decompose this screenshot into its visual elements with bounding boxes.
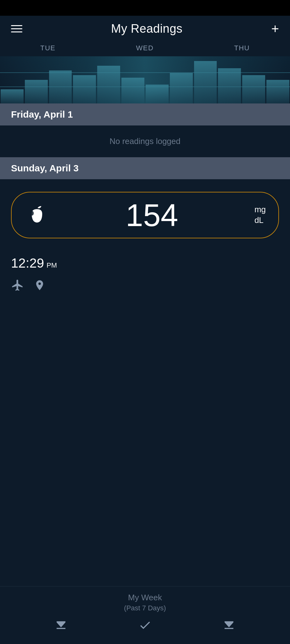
time-value: 12:29 — [11, 256, 44, 271]
bottom-bar: My Week (Past 7 Days) — [0, 586, 290, 644]
chart-bar — [1, 89, 24, 103]
chart-bar — [194, 61, 217, 103]
reading-icons — [11, 279, 279, 295]
section-header-friday: Friday, April 1 — [0, 103, 290, 125]
chart-bar — [121, 78, 144, 104]
low-readings-button[interactable] — [54, 619, 68, 635]
reading-card-container: 154 mg dL — [0, 179, 290, 248]
apple-icon — [27, 205, 47, 225]
no-readings-friday: No readings logged — [0, 125, 290, 157]
day-tabs: TUE WED THU — [0, 39, 290, 56]
chart-bar — [25, 80, 48, 103]
week-title: My Week — [0, 593, 290, 602]
chart-bar — [146, 85, 169, 103]
bottom-bar-actions — [0, 619, 290, 635]
location-icon — [34, 279, 46, 295]
reading-unit: mg dL — [254, 204, 266, 226]
page-title: My Readings — [111, 22, 182, 36]
reading-card[interactable]: 154 mg dL — [11, 192, 279, 238]
chart-bar — [266, 80, 289, 103]
chart-bar — [218, 68, 241, 104]
day-tab-thu[interactable]: THU — [228, 42, 256, 54]
section-date-sunday: Sunday, April 3 — [11, 163, 79, 173]
chart-area — [0, 56, 290, 103]
day-tab-wed[interactable]: WED — [130, 42, 160, 54]
meal-icon-wrapper — [24, 203, 49, 228]
week-subtitle: (Past 7 Days) — [0, 604, 290, 612]
chart-bar — [170, 73, 193, 104]
reading-time: 12:29 PM — [11, 256, 279, 271]
airplane-icon — [11, 279, 24, 295]
add-reading-button[interactable]: + — [271, 22, 279, 36]
status-bar — [0, 0, 290, 16]
header: My Readings + — [0, 16, 290, 39]
section-date-friday: Friday, April 1 — [11, 109, 73, 119]
menu-button[interactable] — [11, 25, 22, 32]
reading-meta: 12:29 PM — [0, 248, 290, 301]
chart-bar — [242, 75, 265, 103]
reading-value: 154 — [59, 199, 245, 231]
high-readings-button[interactable] — [222, 619, 236, 635]
no-readings-text: No readings logged — [109, 136, 181, 146]
section-header-sunday: Sunday, April 3 — [0, 157, 290, 179]
time-ampm: PM — [47, 261, 57, 269]
day-tab-tue[interactable]: TUE — [34, 42, 62, 54]
svg-point-0 — [30, 211, 34, 215]
chart-bar — [73, 75, 96, 103]
all-readings-button[interactable] — [138, 619, 152, 635]
unit-bottom: dL — [254, 215, 264, 226]
chart-bars — [0, 56, 290, 103]
chart-bar — [49, 70, 72, 103]
content-spacer — [0, 301, 290, 411]
unit-top: mg — [254, 204, 266, 215]
chart-bar — [97, 66, 120, 103]
